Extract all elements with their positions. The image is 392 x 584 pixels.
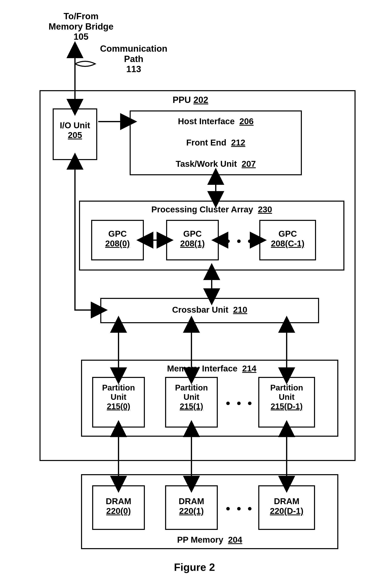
io-unit-num: 205 bbox=[68, 130, 82, 140]
pu0-name2: Unit bbox=[110, 392, 126, 402]
io-unit-label: I/O Unit 205 bbox=[53, 120, 97, 140]
pu-ellipsis: • • • bbox=[226, 396, 254, 410]
gpcN-num: 208(C-1) bbox=[271, 239, 304, 248]
gpcN-label: GPC 208(C-1) bbox=[259, 229, 316, 249]
crossbar-label: Crossbar Unit 210 bbox=[100, 305, 319, 315]
mem-if-name: Memory Interface bbox=[167, 364, 238, 373]
host-interface-num: 206 bbox=[240, 116, 254, 126]
dramN-num: 220(D-1) bbox=[270, 506, 304, 516]
pca-title: Processing Cluster Array 230 bbox=[79, 205, 344, 214]
pp-mem-name: PP Memory bbox=[177, 535, 223, 544]
top-label: To/From Memory Bridge 105 bbox=[38, 11, 124, 42]
task-work-unit-name: Task/Work Unit bbox=[176, 159, 237, 168]
dram0-label: DRAM 220(0) bbox=[92, 496, 145, 516]
task-work-unit-label: Task/Work Unit 207 bbox=[130, 159, 302, 169]
dramN-label: DRAM 220(D-1) bbox=[258, 496, 315, 516]
puN-name2: Unit bbox=[279, 392, 294, 402]
comm-path-flag bbox=[75, 62, 95, 66]
crossbar-name: Crossbar Unit bbox=[172, 305, 228, 314]
io-unit-name: I/O Unit bbox=[60, 120, 90, 130]
host-interface-name: Host Interface bbox=[178, 116, 234, 126]
gpc0-label: GPC 208(0) bbox=[91, 229, 144, 249]
gpcN-name: GPC bbox=[278, 229, 297, 238]
dram1-num: 220(1) bbox=[179, 506, 204, 516]
figure-caption-text: Figure 2 bbox=[174, 561, 215, 573]
ppu-name: PPU bbox=[172, 95, 191, 105]
figure-caption: Figure 2 bbox=[154, 561, 235, 574]
comm-path-l1: Communication bbox=[100, 44, 167, 54]
pca-name: Processing Cluster Array bbox=[151, 205, 253, 214]
top-label-l1: To/From bbox=[64, 11, 99, 21]
ppu-num: 202 bbox=[194, 95, 208, 105]
pp-mem-num: 204 bbox=[228, 535, 242, 544]
pu0-name: Partition bbox=[102, 383, 135, 392]
pu1-label: Partition Unit 215(1) bbox=[165, 383, 218, 411]
dram0-num: 220(0) bbox=[106, 506, 131, 516]
puN-label: Partition Unit 215(D-1) bbox=[258, 383, 315, 411]
comm-path-label: Communication Path 113 bbox=[95, 44, 172, 74]
pu1-name: Partition bbox=[175, 383, 208, 392]
pu1-name2: Unit bbox=[184, 392, 199, 402]
pca-num: 230 bbox=[258, 205, 272, 214]
dram0-name: DRAM bbox=[106, 496, 131, 506]
gpc0-name: GPC bbox=[108, 229, 126, 238]
top-label-l2: Memory Bridge bbox=[48, 22, 114, 32]
host-interface-label: Host Interface 206 bbox=[130, 116, 302, 126]
task-work-unit-num: 207 bbox=[242, 159, 256, 168]
gpc1-num: 208(1) bbox=[180, 239, 204, 248]
gpc0-num: 208(0) bbox=[105, 239, 130, 248]
puN-name: Partition bbox=[270, 383, 303, 392]
pp-mem-title: PP Memory 204 bbox=[81, 535, 338, 545]
mem-if-title: Memory Interface 214 bbox=[148, 364, 276, 374]
dramN-name: DRAM bbox=[274, 496, 300, 506]
crossbar-num: 210 bbox=[233, 305, 247, 314]
puN-num: 215(D-1) bbox=[271, 402, 303, 411]
front-end-label: Front End 212 bbox=[130, 138, 302, 148]
dram1-name: DRAM bbox=[179, 496, 204, 506]
gpc1-name: GPC bbox=[183, 229, 202, 238]
dram-ellipsis: • • • bbox=[226, 502, 254, 516]
pu1-num: 215(1) bbox=[180, 402, 203, 411]
pu0-num: 215(0) bbox=[107, 402, 130, 411]
mem-if-num: 214 bbox=[242, 364, 256, 373]
comm-path-l3: 113 bbox=[126, 64, 141, 74]
pu0-label: Partition Unit 215(0) bbox=[92, 383, 145, 411]
front-end-name: Front End bbox=[186, 138, 226, 147]
dram1-label: DRAM 220(1) bbox=[165, 496, 218, 516]
top-label-l3: 105 bbox=[74, 32, 88, 42]
front-end-num: 212 bbox=[231, 138, 245, 147]
ppu-title: PPU 202 bbox=[158, 95, 223, 105]
comm-path-l2: Path bbox=[124, 54, 143, 64]
gpc-ellipsis: • • • bbox=[226, 234, 254, 248]
gpc1-label: GPC 208(1) bbox=[166, 229, 219, 249]
